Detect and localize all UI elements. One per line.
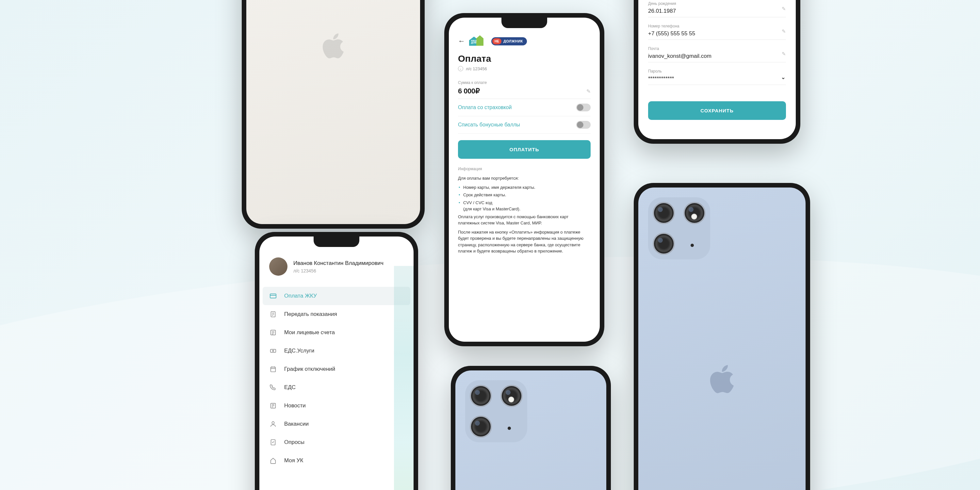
edit-icon[interactable]: ✎ (586, 88, 590, 94)
menu-label: Передать показания (284, 311, 337, 318)
svg-point-20 (272, 422, 274, 424)
chevron-down-icon[interactable]: ⌄ (781, 74, 785, 80)
menu-label: Опросы (284, 439, 304, 445)
menu-item-news[interactable]: Новости (259, 396, 414, 415)
menu-label: Новости (284, 402, 306, 409)
svg-rect-10 (270, 349, 276, 352)
calendar-icon (269, 365, 277, 373)
menu-item-eds[interactable]: ЕДС (259, 378, 414, 396)
field-value: +7 (555) 555 55 55 (648, 30, 786, 37)
birthday-field[interactable]: День рождения 26.01.1987 ✎ (648, 1, 786, 18)
edit-icon[interactable]: ✎ (782, 51, 786, 57)
svg-rect-12 (271, 367, 276, 372)
menu-item-payment[interactable]: Оплата ЖКУ (262, 287, 410, 305)
account-number: л/с 123456 (466, 66, 487, 71)
menu-item-my-uk[interactable]: Моя УК (259, 452, 414, 470)
menu-item-surveys[interactable]: Опросы (259, 433, 414, 452)
bonus-toggle[interactable] (576, 121, 590, 129)
phone-mockup-blue-back-bottom (451, 366, 611, 490)
chevron-down-icon: ⌄ (458, 66, 463, 71)
home-icon (269, 457, 277, 465)
field-label: Пароль (648, 69, 786, 73)
menu-label: ЕДС (284, 384, 296, 391)
camera-module (648, 197, 710, 259)
info-item: Срок действия карты. (458, 192, 590, 198)
menu-item-services[interactable]: ЕДС.Услуги (259, 342, 414, 360)
menu-list: Оплата ЖКУ Передать показания Мои лицевы… (259, 287, 414, 470)
profile-name: Иванов Константин Владимирович (293, 260, 383, 267)
field-label: День рождения (648, 1, 786, 6)
phone-mockup-profile: День рождения 26.01.1987 ✎ Номер телефон… (634, 0, 800, 144)
info-intro: Для оплаты вам портребуется: (458, 175, 590, 181)
amount-value: 6 000₽ (458, 87, 480, 95)
info-item: CVV / CVC код(для карт Visa и MasterCard… (458, 200, 590, 212)
bonus-toggle-label: Списать бонусные баллы (458, 122, 520, 128)
money-icon (269, 347, 277, 355)
apple-logo-icon (320, 30, 346, 61)
insurance-toggle[interactable] (576, 103, 590, 111)
badge-ne: НЕ (492, 38, 501, 45)
info-paragraph: Оплата услуг производится с помощью банк… (458, 214, 590, 226)
document-icon (269, 310, 277, 318)
phone-mockup-blue-back-right (634, 183, 810, 490)
menu-label: Мои лицевые счета (284, 329, 335, 336)
save-button[interactable]: СОХРАНИТЬ (648, 101, 786, 120)
field-label: Номер телефона (648, 24, 786, 29)
info-paragraph: После нажатия на кнопку «Оплатить» инфор… (458, 229, 590, 255)
person-icon (269, 420, 277, 428)
account-selector[interactable]: ⌄ л/с 123456 (458, 66, 590, 71)
menu-item-accounts[interactable]: Мои лицевые счета (259, 323, 414, 342)
back-arrow-icon[interactable]: ← (458, 37, 465, 45)
field-value: ivanov_konst@gmail.com (648, 53, 786, 59)
background-preview (394, 266, 414, 490)
field-value: ************ (648, 75, 786, 82)
pay-button[interactable]: ОПЛАТИТЬ (458, 140, 590, 159)
info-heading: Информация (458, 167, 590, 171)
profile-account: л/с 123456 (293, 268, 383, 274)
phone-icon (269, 383, 277, 391)
page-title: Оплата (458, 54, 590, 64)
field-value: 26.01.1987 (648, 8, 786, 14)
survey-icon (269, 438, 277, 446)
avatar (269, 258, 288, 276)
info-item: Номер карты, имя держателя карты. (458, 184, 590, 191)
menu-label: Оплата ЖКУ (284, 293, 317, 299)
list-icon (269, 329, 277, 336)
menu-label: График отключений (284, 366, 335, 372)
menu-label: Вакансии (284, 421, 309, 427)
phone-notch (313, 237, 360, 247)
menu-label: ЕДС.Услуги (284, 348, 314, 354)
menu-label: Моя УК (284, 457, 303, 464)
svg-point-11 (272, 350, 274, 352)
news-icon (269, 402, 277, 410)
amount-label: Сумма к оплате (458, 80, 590, 85)
app-logo: НАШДОМ (469, 34, 487, 48)
phone-mockup-silver-back (242, 0, 425, 229)
email-field[interactable]: Почта ivanov_konst@gmail.com ✎ (648, 46, 786, 62)
phone-mockup-menu: Иванов Константин Владимирович л/с 12345… (255, 232, 418, 490)
profile-header[interactable]: Иванов Константин Владимирович л/с 12345… (259, 253, 414, 280)
debtor-badge: НЕ ДОЛЖНИК (491, 37, 527, 45)
phone-field[interactable]: Номер телефона +7 (555) 555 55 55 ✎ (648, 24, 786, 40)
svg-rect-0 (270, 294, 276, 298)
password-field[interactable]: Пароль ************ ⌄ (648, 69, 786, 85)
badge-text: ДОЛЖНИК (503, 39, 523, 43)
field-label: Почта (648, 46, 786, 51)
edit-icon[interactable]: ✎ (782, 6, 786, 12)
phone-mockup-payment: ← НАШДОМ НЕ ДОЛЖНИК Оплата ⌄ л/с 123456 … (444, 13, 605, 346)
apple-logo-icon (707, 362, 737, 396)
info-list: Номер карты, имя держателя карты. Срок д… (458, 184, 590, 212)
camera-module (465, 380, 527, 442)
menu-item-vacancies[interactable]: Вакансии (259, 415, 414, 433)
menu-item-readings[interactable]: Передать показания (259, 305, 414, 323)
edit-icon[interactable]: ✎ (782, 29, 786, 34)
menu-item-schedule[interactable]: График отключений (259, 360, 414, 378)
phone-notch (501, 18, 547, 28)
card-icon (269, 292, 277, 300)
insurance-toggle-label: Оплата со страховкой (458, 105, 512, 110)
